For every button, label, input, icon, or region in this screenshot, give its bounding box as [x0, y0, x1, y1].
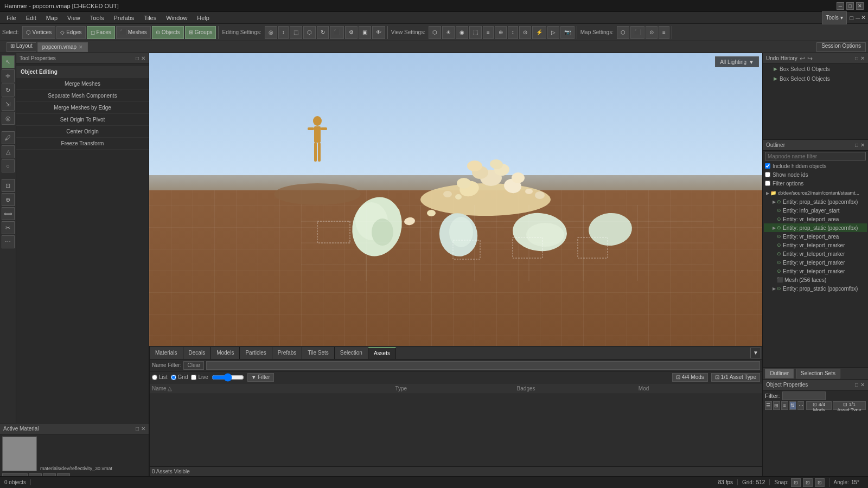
select-objects-btn[interactable]: ⊙ Objects [152, 26, 184, 39]
snap-btn1[interactable]: ⊡ [791, 478, 801, 487]
tab-models[interactable]: Models [211, 347, 240, 359]
asset-type-display-btn[interactable]: ⊡ 1/1 Asset Type [711, 373, 760, 382]
tree-item-3[interactable]: ▶ ⊙ Entity: vr_teleport_area [764, 215, 867, 223]
tool-measure[interactable]: ⟺ [2, 207, 15, 220]
op-float-btn[interactable]: □ [855, 382, 858, 388]
tree-item-10[interactable]: ▶ ⬛ Mesh (256 faces) [764, 275, 867, 284]
tree-item-2[interactable]: ▶ ⊙ Entity: info_player_start [764, 206, 867, 215]
menu-window[interactable]: Window [162, 14, 192, 22]
undo-btn[interactable]: ↩ [800, 55, 805, 62]
am-close-btn[interactable]: ✕ [141, 426, 145, 432]
freeze-transform-btn[interactable]: Freeze Transform [16, 138, 149, 150]
tool-select[interactable]: ↖ [2, 55, 15, 68]
minimize-btn[interactable]: ─ [837, 2, 844, 10]
tree-item-1[interactable]: ▶ ⊙ Entity: prop_static (popcornfbx) [764, 197, 867, 206]
tab-selection[interactable]: Selection [335, 347, 368, 359]
op-extra-btn[interactable]: ⋯ [797, 401, 805, 410]
es-btn3[interactable]: ⬚ [290, 26, 302, 39]
menu-help[interactable]: Help [193, 14, 214, 22]
tab-tilesets[interactable]: Tile Sets [302, 347, 335, 359]
tool-rotate[interactable]: ↻ [2, 84, 15, 97]
tools-dropdown-btn[interactable]: Tools ▾ [822, 11, 846, 24]
vs-btn8[interactable]: ⊙ [519, 26, 531, 39]
tool-circle[interactable]: ○ [2, 159, 15, 172]
vs-btn9[interactable]: ⚡ [532, 26, 546, 39]
select-meshes-btn[interactable]: ⬛ Meshes [116, 26, 151, 39]
op-close-btn[interactable]: ✕ [860, 382, 865, 388]
filter-btn[interactable]: ▼ Filter [247, 373, 274, 382]
tree-item-7[interactable]: ▶ ⊙ Entity: vr_teleport_marker [764, 249, 867, 258]
tab-particles[interactable]: Particles [240, 347, 272, 359]
uh-float-btn[interactable]: □ [855, 55, 858, 61]
menu-prefabs[interactable]: Prefabs [109, 14, 138, 22]
separate-mesh-btn[interactable]: Separate Mesh Components [16, 90, 149, 102]
outliner-tab-btn[interactable]: Outliner [765, 369, 794, 378]
tab-decals[interactable]: Decals [183, 347, 212, 359]
outliner-filter-input[interactable] [765, 152, 866, 160]
vs-btn1[interactable]: ⬡ [429, 26, 441, 39]
grid-radio[interactable] [171, 375, 176, 380]
op-list-btn[interactable]: ☰ [765, 401, 772, 410]
es-btn2[interactable]: ↕ [278, 26, 289, 39]
obj-prop-filter-input[interactable]: X [782, 391, 826, 400]
snap-btn2[interactable]: ⊡ [803, 478, 813, 487]
clear-filter-btn[interactable]: Clear [183, 361, 204, 370]
tool-move[interactable]: ✛ [2, 69, 15, 82]
tree-item-6[interactable]: ▶ ⊙ Entity: vr_teleport_marker [764, 241, 867, 249]
es-btn6[interactable]: ⬛ [330, 26, 344, 39]
vs-btn3[interactable]: ◉ [456, 26, 468, 39]
tree-item-4[interactable]: ▶ ⊙ Entity: prop_static (popcornfbx) [764, 223, 867, 232]
am-float-btn[interactable]: □ [136, 426, 139, 432]
ms-btn4[interactable]: ≡ [659, 26, 669, 39]
tool-scale[interactable]: ⇲ [2, 98, 15, 111]
menu-map[interactable]: Map [42, 14, 62, 22]
ol-float-btn[interactable]: □ [855, 142, 858, 148]
vs-btn11[interactable]: 📷 [560, 26, 575, 39]
assets-panel-dropdown[interactable]: ▼ [750, 348, 761, 358]
vs-btn7[interactable]: ↕ [508, 26, 518, 39]
live-checkbox[interactable] [191, 375, 196, 380]
center-origin-btn[interactable]: Center Origin [16, 126, 149, 138]
menu-tiles[interactable]: Tiles [139, 14, 161, 22]
uh-close-btn[interactable]: ✕ [860, 55, 865, 61]
select-faces-btn[interactable]: ◻ Faces [87, 26, 115, 39]
es-btn8[interactable]: ▣ [359, 26, 371, 39]
op-mods-btn[interactable]: ⊡ 4/4 Mods [806, 401, 831, 410]
ms-btn3[interactable]: ⊙ [646, 26, 658, 39]
tool-unknown1[interactable]: ◎ [2, 112, 15, 125]
tab-materials[interactable]: Materials [150, 347, 183, 359]
menu-edit[interactable]: Edit [22, 14, 41, 22]
ms-btn2[interactable]: ⬛ [630, 26, 644, 39]
vs-btn10[interactable]: ▷ [547, 26, 559, 39]
tool-pivot[interactable]: ⊕ [2, 193, 15, 206]
op-detail-btn[interactable]: ≡ [781, 401, 788, 410]
es-btn9[interactable]: 👁 [372, 26, 385, 39]
ms-btn1[interactable]: ⬡ [617, 26, 629, 39]
tree-item-5[interactable]: ▶ ⊙ Entity: vr_teleport_area [764, 232, 867, 241]
menu-view[interactable]: View [63, 14, 85, 22]
op-sort-btn[interactable]: ⇅ [789, 401, 796, 410]
vs-btn2[interactable]: ☀ [442, 26, 455, 39]
undo-item-1[interactable]: ▶ Box Select 0 Objects [763, 64, 868, 74]
merge-meshes-by-edge-btn[interactable]: Merge Meshes by Edge [16, 102, 149, 114]
lighting-btn[interactable]: All Lighting ▼ [715, 56, 759, 67]
tool-brush[interactable]: △ [2, 145, 15, 158]
tool-paint[interactable]: 🖊 [2, 131, 15, 144]
tab-assets[interactable]: Assets [368, 347, 396, 359]
tree-root[interactable]: ▶ 📁 d:/dev/source2/main/content/steamt..… [764, 189, 867, 197]
ol-close-btn[interactable]: ✕ [860, 142, 865, 148]
tab-prefabs[interactable]: Prefabs [272, 347, 302, 359]
op-asset-type-btn[interactable]: ⊡ 1/1 Asset Type [833, 401, 866, 410]
select-edges-btn[interactable]: ◇ Edges [56, 26, 85, 39]
menu-tools[interactable]: Tools [86, 14, 108, 22]
layout-btn[interactable]: ⊞ Layout [7, 42, 36, 52]
snap-btn3[interactable]: ⊡ [815, 478, 825, 487]
outliner-cb-hidden[interactable] [765, 163, 770, 169]
session-options-btn[interactable]: Session Options [816, 42, 866, 52]
tp-close-btn[interactable]: ✕ [141, 55, 145, 61]
es-btn5[interactable]: ↻ [317, 26, 329, 39]
maximize2-btn[interactable]: ✕ [861, 14, 866, 21]
tree-item-11[interactable]: ▶ ⊙ Entity: prop_static (popcornfbx) [764, 284, 867, 293]
close-btn[interactable]: ✕ [856, 2, 864, 10]
es-btn1[interactable]: ◎ [265, 26, 277, 39]
